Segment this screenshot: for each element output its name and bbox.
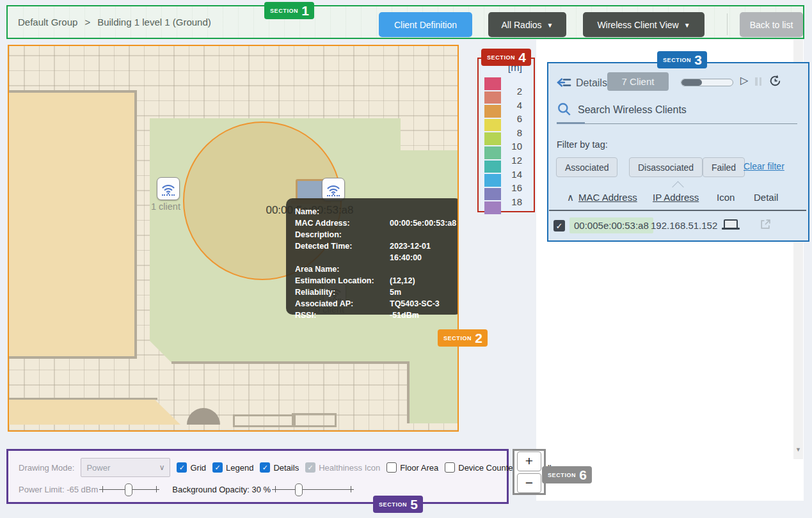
clear-filter-link[interactable]: Clear filter xyxy=(744,161,784,171)
checkbox-device-counter[interactable]: Device Counter xyxy=(445,462,516,473)
wireless-clients-panel: Details 7 Client ▷ Filter by tag: Associ… xyxy=(547,62,809,242)
panel-notch xyxy=(672,181,683,192)
slider-tick-icon xyxy=(153,486,159,492)
play-icon[interactable]: ▷ xyxy=(740,74,748,86)
back-to-list-button[interactable]: Back to list xyxy=(740,12,803,37)
select-chevron-icon: ∨ xyxy=(159,463,165,472)
checkbox-icon: ✓ xyxy=(177,462,187,473)
client-type-laptop-icon xyxy=(722,228,740,230)
tooltip-value: 2023-12-01 16:40:00 xyxy=(390,240,458,263)
drawing-mode-label: Drawing Mode: xyxy=(19,463,74,473)
floor-room-bottom xyxy=(9,400,180,425)
tooltip-value: 5m xyxy=(390,286,458,298)
tooltip-label: Estimation Location: xyxy=(295,275,390,286)
drawing-controls-bar: Drawing Mode: Power ∨ ✓ Grid ✓ Legend ✓ … xyxy=(6,449,509,504)
breadcrumb-separator-icon: > xyxy=(84,17,90,27)
tooltip-label: RSSI: xyxy=(295,310,390,321)
tooltip-value: (12,12) xyxy=(390,275,458,286)
background-opacity-slider[interactable] xyxy=(275,483,351,495)
zoom-in-button[interactable]: + xyxy=(517,451,541,471)
floor-map[interactable]: 1 client 00:00:5e:00:53:a8 0 client Name… xyxy=(8,45,459,432)
refresh-icon[interactable] xyxy=(768,74,782,88)
legend-tick: 2 xyxy=(497,86,522,97)
progress-fill xyxy=(681,79,702,86)
access-point-icon[interactable] xyxy=(322,178,345,201)
power-limit-slider-handle[interactable] xyxy=(125,483,132,496)
column-header-mac[interactable]: MAC Address xyxy=(578,192,637,203)
access-point-icon[interactable] xyxy=(157,177,180,200)
checkbox-icon: ✓ xyxy=(212,462,223,473)
checkbox-icon xyxy=(386,462,397,473)
scroll-down-icon[interactable]: ▼ xyxy=(793,446,803,453)
toolbar-divider xyxy=(727,13,728,35)
app-root: ▼ Default Group > Building 1 level 1 (Gr… xyxy=(0,0,812,518)
power-limit-slider[interactable] xyxy=(102,483,157,495)
checkbox-healthiness-icon: ✓ Healthiness Icon xyxy=(305,462,380,473)
client-definition-button[interactable]: Client Definition xyxy=(379,12,472,37)
floor-room-left xyxy=(8,90,137,359)
row-checkbox[interactable]: ✓ xyxy=(553,220,565,232)
search-underline xyxy=(557,123,797,124)
top-toolbar: Default Group > Building 1 level 1 (Grou… xyxy=(6,5,804,39)
search-input[interactable] xyxy=(577,104,790,116)
checkbox-grid[interactable]: ✓ Grid xyxy=(177,462,206,473)
tooltip-label: Associated AP: xyxy=(295,298,390,310)
legend-tick: 8 xyxy=(497,127,522,138)
section-1-badge: SECTION1 xyxy=(264,2,314,19)
tooltip-value xyxy=(390,229,458,240)
distance-legend: [m] 2 4 6 8 10 12 14 16 18 xyxy=(477,58,535,212)
details-label[interactable]: Details xyxy=(576,77,607,89)
background-opacity-label: Background Opacity: 30 % xyxy=(172,485,271,494)
back-arrow-icon[interactable] xyxy=(556,77,572,88)
ap-dots xyxy=(327,195,340,196)
legend-tick: 18 xyxy=(497,196,522,207)
checkbox-icon: ✓ xyxy=(260,462,270,473)
ap-dots xyxy=(162,194,175,196)
floor-feature-box xyxy=(292,413,337,427)
search-underline-accent xyxy=(557,122,585,124)
tooltip-value: TQ5403-SC-3 xyxy=(390,298,458,310)
map-zoom-control: + − xyxy=(513,449,546,495)
background-opacity-slider-handle[interactable] xyxy=(295,483,303,496)
drawing-mode-select[interactable]: Power ∨ xyxy=(81,458,170,477)
checkbox-floor-area[interactable]: Floor Area xyxy=(386,462,438,473)
tag-associated-button[interactable]: Associated xyxy=(556,157,617,177)
all-radios-dropdown[interactable]: All Radios ▼ xyxy=(488,12,566,37)
tooltip-label: Name: xyxy=(295,206,390,217)
tooltip-label: Reliability: xyxy=(295,286,390,298)
client-count-badge[interactable]: 7 Client xyxy=(607,72,669,91)
search-icon xyxy=(557,102,572,117)
tag-disassociated-button[interactable]: Disassociated xyxy=(629,157,703,177)
floor-feature-box xyxy=(233,414,296,427)
legend-tick: 6 xyxy=(497,113,522,124)
zoom-out-button[interactable]: − xyxy=(517,473,541,493)
breadcrumb-group[interactable]: Default Group xyxy=(18,17,77,27)
wireless-client-view-dropdown[interactable]: Wireless Client View ▼ xyxy=(583,12,705,37)
floor-feature-dome xyxy=(187,408,220,425)
section-5-badge: SECTION5 xyxy=(373,496,423,513)
section-2-badge: SECTION2 xyxy=(438,329,488,347)
breadcrumb-page: Building 1 level 1 (Ground) xyxy=(97,17,211,27)
pause-icon[interactable] xyxy=(755,77,761,86)
legend-tick: 16 xyxy=(497,182,522,193)
checkbox-details[interactable]: ✓ Details xyxy=(260,462,299,473)
section-3-badge: SECTION3 xyxy=(657,51,707,68)
chevron-down-icon: ▼ xyxy=(547,22,553,29)
legend-tick: 12 xyxy=(497,155,522,166)
row-ip-address: 192.168.51.152 xyxy=(651,220,717,231)
sort-caret-icon[interactable]: ∧ xyxy=(567,192,574,203)
tooltip-value: -51dBm xyxy=(390,310,458,321)
table-header-divider xyxy=(549,210,806,211)
checkbox-icon: ✓ xyxy=(305,462,315,473)
column-header-icon: Icon xyxy=(717,192,735,203)
checkbox-legend[interactable]: ✓ Legend xyxy=(212,462,253,473)
section-6-badge: SECTION6 xyxy=(542,466,592,483)
column-header-ip[interactable]: IP Address xyxy=(653,192,699,203)
row-mac-address[interactable]: 00:005e:00:53:a8 xyxy=(569,217,653,233)
wall-line xyxy=(407,361,410,423)
power-limit-label: Power Limit: -65 dBm xyxy=(19,485,98,494)
tag-failed-button[interactable]: Failed xyxy=(703,157,745,177)
open-detail-icon[interactable] xyxy=(760,219,771,230)
chevron-down-icon: ▼ xyxy=(684,22,690,29)
refresh-progress-bar xyxy=(681,79,733,86)
